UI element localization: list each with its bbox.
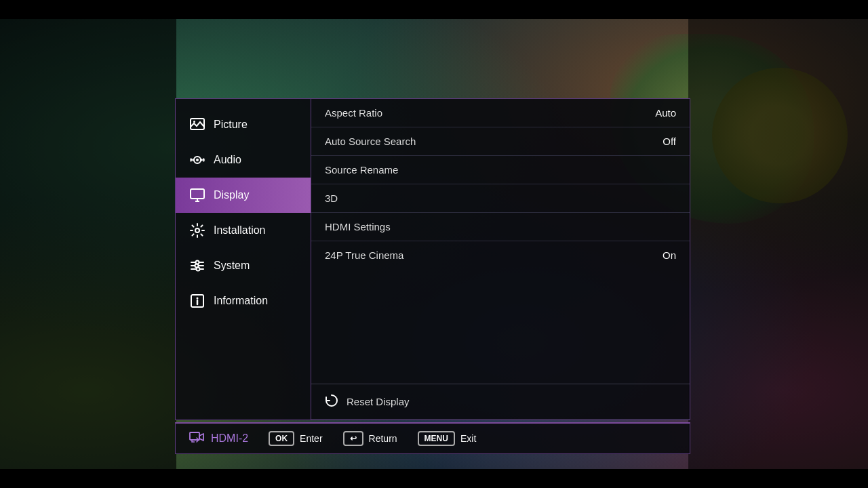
nav-return: ↩ Return	[343, 431, 397, 446]
reset-display-label: Reset Display	[347, 396, 410, 407]
auto-source-label: Auto Source Search	[325, 136, 416, 147]
sidebar-item-installation[interactable]: Installation	[176, 213, 311, 248]
3d-label: 3D	[325, 192, 338, 204]
menu-key: MENU	[418, 431, 455, 446]
svg-rect-4	[191, 189, 204, 199]
sidebar-item-display[interactable]: Display	[176, 178, 311, 213]
sidebar-item-information[interactable]: Information	[176, 283, 311, 319]
source-rename-label: Source Rename	[325, 164, 398, 176]
svg-point-1	[193, 121, 195, 123]
hdmi-settings-label: HDMI Settings	[325, 221, 391, 232]
ok-key: OK	[269, 431, 294, 446]
return-key: ↩	[343, 431, 363, 446]
row-24p-true-cinema[interactable]: 24P True Cinema On	[311, 241, 690, 269]
sidebar-label-system: System	[214, 260, 250, 272]
sidebar-item-system[interactable]: System	[176, 248, 311, 283]
sidebar: Picture Audio	[175, 98, 311, 420]
return-label: Return	[369, 433, 397, 444]
hdmi-source-label: HDMI-2	[211, 432, 248, 445]
sidebar-label-display: Display	[214, 189, 249, 201]
aspect-ratio-value: Auto	[655, 107, 676, 119]
svg-point-3	[196, 159, 199, 161]
24p-cinema-value: On	[663, 249, 676, 261]
sidebar-label-picture: Picture	[214, 119, 248, 131]
reset-section: Reset Display	[311, 384, 690, 420]
content-list: Aspect Ratio Auto Auto Source Search Off…	[311, 99, 690, 384]
black-bar-bottom	[0, 469, 868, 488]
svg-point-7	[195, 228, 199, 232]
menu-container: Picture Audio	[175, 98, 690, 420]
enter-label: Enter	[300, 433, 322, 444]
row-source-rename[interactable]: Source Rename	[311, 156, 690, 184]
overlay-left	[0, 0, 176, 488]
sidebar-item-audio[interactable]: Audio	[176, 142, 311, 178]
bottom-bar: HDMI-2 OK Enter ↩ Return MENU Exit	[175, 422, 690, 454]
svg-point-19	[197, 298, 199, 300]
audio-icon	[189, 152, 205, 168]
source-indicator: HDMI-2	[189, 430, 248, 447]
picture-icon	[189, 117, 205, 133]
reset-icon	[325, 394, 338, 409]
row-aspect-ratio[interactable]: Aspect Ratio Auto	[311, 99, 690, 127]
nav-enter: OK Enter	[269, 431, 322, 446]
overlay-right	[688, 0, 868, 488]
row-auto-source-search[interactable]: Auto Source Search Off	[311, 127, 690, 156]
sidebar-label-information: Information	[214, 295, 268, 307]
sidebar-label-installation: Installation	[214, 224, 266, 237]
24p-cinema-label: 24P True Cinema	[325, 249, 403, 261]
information-icon	[189, 293, 205, 309]
svg-point-16	[197, 268, 200, 271]
reset-display-row[interactable]: Reset Display	[311, 384, 690, 420]
row-hdmi-settings[interactable]: HDMI Settings	[311, 213, 690, 241]
nav-exit: MENU Exit	[418, 431, 477, 446]
sidebar-item-picture[interactable]: Picture	[176, 107, 311, 142]
sidebar-label-audio: Audio	[214, 154, 241, 166]
system-icon	[189, 258, 205, 274]
installation-icon	[189, 222, 205, 239]
hdmi-source-icon	[189, 430, 204, 447]
content-panel: Aspect Ratio Auto Auto Source Search Off…	[311, 98, 690, 420]
auto-source-value: Off	[663, 136, 676, 147]
black-bar-top	[0, 0, 868, 19]
exit-label: Exit	[460, 433, 476, 444]
display-icon	[189, 187, 205, 203]
aspect-ratio-label: Aspect Ratio	[325, 107, 382, 119]
row-3d[interactable]: 3D	[311, 184, 690, 213]
